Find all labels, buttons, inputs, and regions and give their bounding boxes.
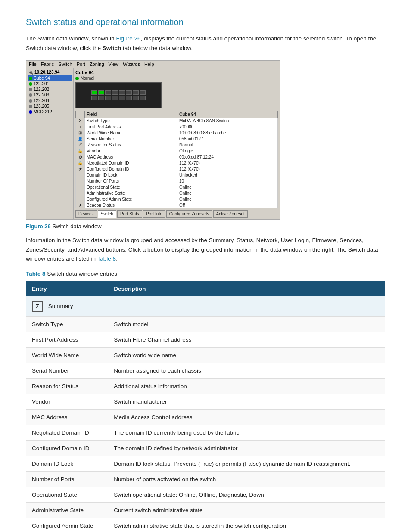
description-cell: The domain ID defined by network adminis…	[108, 440, 385, 456]
val-adminstate: Online	[177, 190, 278, 196]
sidebar-ip: 🔌 10.20.123.94	[28, 70, 72, 75]
sidebar-item-mcd212: MCD-212	[28, 109, 72, 115]
icon-cfg: ★	[76, 166, 85, 172]
screenshot-status: Normal	[75, 76, 278, 81]
description-cell: Additional status information	[108, 378, 385, 394]
table-row: Number of PortsNumber of ports activated…	[26, 471, 385, 487]
val-mac: 00:c0:dd:87:12:24	[177, 154, 278, 160]
field-reason: Reason for Status	[85, 142, 177, 148]
sidebar-label-cube94: Cube 94	[34, 76, 50, 81]
description-cell: Number assigned to each chassis.	[108, 363, 385, 378]
port-6	[126, 90, 132, 95]
screenshot-row-mac: ⚙ MAC Address 00:c0:dd:87:12:24	[76, 154, 278, 160]
intro-paragraph: The Switch data window, shown in Figure …	[26, 34, 385, 53]
figure-label: Figure 26	[26, 223, 51, 230]
entry-cell: Configured Domain ID	[26, 440, 108, 456]
menu-port: Port	[77, 62, 85, 67]
table-row: Configured Domain IDThe domain ID define…	[26, 440, 385, 456]
table-row: Switch TypeSwitch model	[26, 316, 385, 332]
sidebar-item-cube94: Cube 94	[28, 75, 72, 81]
field-wwn: World Wide Name	[85, 130, 177, 136]
table-header-row: Entry Description	[26, 281, 385, 296]
field-cfgadmin: Configured Admin State	[85, 196, 177, 202]
screenshot-row-opstate: Operational State Online	[76, 184, 278, 190]
tab-switch: Switch	[98, 210, 116, 218]
val-firstport: 700000	[177, 124, 278, 130]
table-row: Domain ID LockDomain ID lock status. Pre…	[26, 456, 385, 471]
screenshot-tabs: Devices Switch Port Stats Port Info Conf…	[75, 210, 278, 218]
icon-beacon: ★	[76, 202, 85, 208]
icon-opstate	[76, 184, 85, 190]
icon-reason: ↺	[76, 142, 85, 148]
screenshot-menubar: File Fabric Switch Port Zoning View Wiza…	[26, 61, 280, 68]
table-row: VendorSwitch manufacturer	[26, 394, 385, 409]
val-vendor: QLogic	[177, 148, 278, 154]
description-cell: Switch operational state: Online, Offlin…	[108, 487, 385, 502]
entry-cell: Switch Type	[26, 316, 108, 332]
val-cfgadmin: Online	[177, 196, 278, 202]
sidebar-label-123205: 123.205	[34, 104, 49, 109]
val-domlock: Unlocked	[177, 172, 278, 178]
icon-serial: 👤	[76, 136, 85, 142]
table-ref-link[interactable]: Table 8	[97, 255, 116, 262]
table-row: MAC AddressMedia Access Control address	[26, 409, 385, 425]
screenshot-body: 🔌 10.20.123.94 Cube 94 122.201 122.202 1…	[26, 68, 280, 219]
port-15	[133, 96, 139, 100]
port-row-bottom	[91, 96, 146, 100]
description-cell: Switch world wide name	[108, 347, 385, 363]
sidebar-item-122204: 122.204	[28, 98, 72, 103]
section-summary-row: Σ Summary	[26, 296, 385, 317]
screenshot-row-negdomain: 🔒 Negotiated Domain ID 112 (0x70)	[76, 160, 278, 166]
port-3	[105, 90, 111, 95]
entry-cell: World Wide Name	[26, 347, 108, 363]
sidebar-label-122204: 122.204	[34, 98, 49, 103]
field-vendor: Vendor	[85, 148, 177, 154]
icon-sigma: Σ	[76, 118, 85, 124]
port-16	[140, 96, 146, 100]
val-opstate: Online	[177, 184, 278, 190]
description-cell: Switch administrative state that is stor…	[108, 518, 385, 532]
entry-cell: Administrative State	[26, 502, 108, 518]
icon-mac: ⚙	[76, 154, 85, 160]
screenshot-row-beacon: ★ Beacon Status Off	[76, 202, 278, 208]
screenshot-figure: File Fabric Switch Port Zoning View Wiza…	[26, 60, 280, 220]
table-row: Negotiated Domain IDThe domain ID curren…	[26, 425, 385, 440]
entry-cell: Operational State	[26, 487, 108, 502]
icon-lock	[76, 172, 85, 178]
tab-portinfo: Port Info	[143, 210, 165, 218]
field-adminstate: Administrative State	[85, 190, 177, 196]
screenshot-row-numports: Number Of Ports 10	[76, 178, 278, 184]
menu-switch: Switch	[58, 62, 72, 67]
screenshot-row-reason: ↺ Reason for Status Normal	[76, 142, 278, 148]
icon-vendor: 🔒	[76, 148, 85, 154]
screenshot-sidebar: 🔌 10.20.123.94 Cube 94 122.201 122.202 1…	[26, 68, 74, 219]
intro-bold: Switch	[103, 45, 121, 51]
icon-ports	[76, 178, 85, 184]
tab-portstats: Port Stats	[117, 210, 142, 218]
description-cell: Number of ports activated on the switch	[108, 471, 385, 487]
screenshot-row-cfgadmin: Configured Admin State Online	[76, 196, 278, 202]
status-dot-gray4	[29, 105, 32, 108]
val-numports: 10	[177, 178, 278, 184]
entry-cell: Configured Admin State	[26, 518, 108, 532]
port-8	[140, 90, 146, 95]
description-cell: Switch manufacturer	[108, 394, 385, 409]
body-text2: .	[116, 255, 118, 262]
table-row: First Port AddressSwitch Fibre Channel a…	[26, 332, 385, 347]
menu-zoning: Zoning	[90, 62, 104, 67]
status-dot-green	[29, 77, 32, 80]
port-9	[91, 96, 97, 100]
status-dot-gray3	[29, 99, 32, 103]
table-label: Table 8 Switch data window entries	[26, 271, 385, 277]
intro-text1: The Switch data window, shown in	[26, 35, 116, 42]
port-7	[133, 90, 139, 95]
icon-cfgadmin	[76, 196, 85, 202]
status-dot-gray1	[29, 88, 32, 91]
val-cfgdomain: 112 (0x70)	[177, 166, 278, 172]
main-data-table: Entry Description Σ Summary Switch TypeS…	[26, 281, 385, 532]
entry-cell: Serial Number	[26, 363, 108, 378]
screenshot-col-field: Field	[85, 111, 177, 118]
entry-cell: Vendor	[26, 394, 108, 409]
figure-ref-link[interactable]: Figure 26	[116, 35, 140, 42]
switch-diagram	[75, 82, 162, 108]
